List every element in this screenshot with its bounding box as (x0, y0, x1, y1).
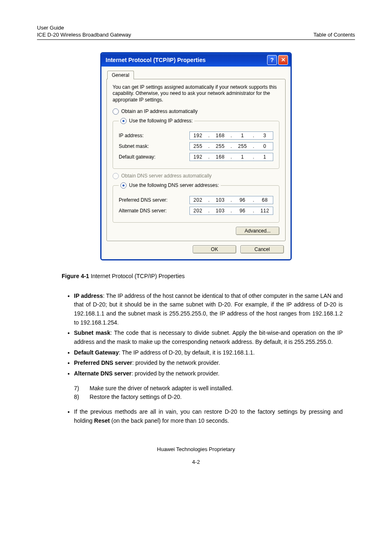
dialog-title: Internet Protocol (TCP/IP) Properties (106, 57, 205, 63)
list-item: IP address: The IP address of the host c… (74, 292, 343, 327)
ip-address-label: IP address: (119, 133, 189, 138)
radio-use-dns-label: Use the following DNS server addresses: (129, 182, 219, 188)
radio-obtain-dns: Obtain DNS server address automatically (113, 173, 279, 179)
list-item: Default Gateway: The IP address of D-20,… (74, 348, 343, 357)
pref-dns-input[interactable]: 202. 103. 96. 68 (189, 196, 273, 204)
dialog-body: General You can get IP settings assigned… (101, 67, 291, 259)
advanced-button[interactable]: Advanced... (236, 227, 279, 235)
bullet-list-2: If the previous methods are all in vain,… (62, 408, 355, 425)
help-icon[interactable]: ? (267, 55, 277, 65)
tcpip-properties-dialog: Internet Protocol (TCP/IP) Properties ? … (100, 52, 292, 260)
header-left: User Guide ICE D-20 Wireless Broadband G… (37, 25, 131, 39)
tab-panel-general: You can get IP settings assigned automat… (106, 79, 286, 241)
radio-use-dns[interactable]: Use the following DNS server addresses: (120, 182, 219, 189)
list-item: Subnet mask: The code that is necessary … (74, 329, 343, 346)
radio-icon (113, 173, 119, 179)
list-item: Alternate DNS server: provided by the ne… (74, 369, 343, 378)
default-gateway-label: Default gateway: (119, 154, 189, 160)
subnet-mask-label: Subnet mask: (119, 143, 189, 149)
figure-caption: Figure 4-1 Internet Protocol (TCP/IP) Pr… (62, 273, 355, 279)
close-icon[interactable]: ✕ (278, 55, 288, 65)
tab-general[interactable]: General (107, 71, 134, 79)
radio-obtain-ip[interactable]: Obtain an IP address automatically (113, 108, 279, 115)
header-line2: ICE D-20 Wireless Broadband Gateway (37, 32, 131, 39)
default-gateway-input[interactable]: 192. 168. 1. 1 (189, 153, 273, 161)
footer-text: Huawei Technologies Proprietary (37, 446, 355, 452)
radio-obtain-ip-label: Obtain an IP address automatically (121, 108, 198, 114)
header-right: Table of Contents (314, 32, 355, 39)
list-item: 7)Make sure the driver of network adapte… (74, 384, 343, 393)
radio-obtain-dns-label: Obtain DNS server address automatically (121, 173, 212, 179)
subnet-mask-input[interactable]: 255. 255. 255. 0 (189, 142, 273, 150)
radio-icon (113, 108, 119, 115)
ip-address-input[interactable]: 192. 168. 1. 3 (189, 131, 273, 140)
alt-dns-label: Alternate DNS server: (119, 208, 189, 214)
radio-use-ip[interactable]: Use the following IP address: (120, 118, 193, 124)
radio-icon (120, 182, 127, 189)
radio-use-ip-label: Use the following IP address: (129, 118, 193, 124)
list-item: Preferred DNS server: provided by the ne… (74, 359, 343, 368)
figure-label: Figure 4-1 (62, 273, 89, 279)
cancel-button[interactable]: Cancel (240, 245, 284, 253)
radio-icon (120, 118, 127, 124)
dialog-titlebar[interactable]: Internet Protocol (TCP/IP) Properties ? … (101, 53, 291, 67)
dialog-description: You can get IP settings assigned automat… (113, 84, 279, 104)
numbered-list: 7)Make sure the driver of network adapte… (62, 384, 355, 402)
list-item: 8)Restore the factory settings of D-20. (74, 393, 343, 402)
figure-caption-text: Internet Protocol (TCP/IP) Properties (89, 273, 185, 279)
group-use-dns: Use the following DNS server addresses: … (113, 181, 279, 223)
group-use-ip: Use the following IP address: IP address… (113, 116, 279, 169)
ok-button[interactable]: OK (193, 245, 236, 253)
bullet-list: IP address: The IP address of the host c… (62, 292, 355, 378)
pref-dns-label: Preferred DNS server: (119, 197, 189, 203)
page-number: 4-2 (37, 459, 355, 465)
header-line1: User Guide (37, 25, 131, 32)
alt-dns-input[interactable]: 202. 103. 96. 112 (189, 207, 273, 215)
list-item: If the previous methods are all in vain,… (74, 408, 343, 425)
page-header: User Guide ICE D-20 Wireless Broadband G… (37, 25, 355, 40)
